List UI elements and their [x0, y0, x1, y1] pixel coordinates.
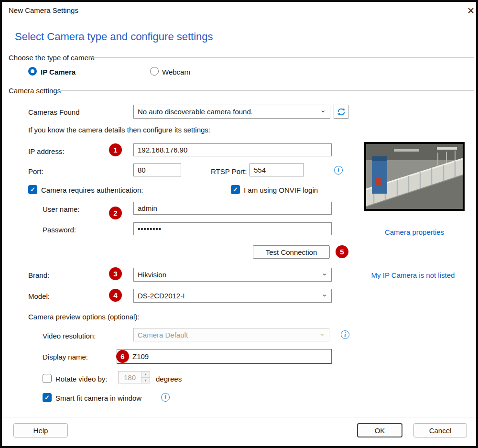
degrees-label: degrees: [156, 375, 182, 383]
cameras-found-value: No auto discoverable camera found.: [138, 108, 253, 116]
radio-webcam-label[interactable]: Webcam: [162, 68, 190, 76]
ip-address-label: IP address:: [28, 147, 65, 155]
refresh-icon: [337, 107, 346, 117]
onvif-checkbox-label[interactable]: I am using ONVIF login: [244, 186, 318, 194]
new-camera-settings-dialog: New Camera Settings ✕ Select Camera type…: [0, 0, 478, 448]
display-name-label: Display name:: [43, 353, 88, 361]
auth-checkbox-label[interactable]: Camera requires authentication:: [41, 186, 143, 194]
rotate-checkbox-label[interactable]: Rotate video by:: [55, 375, 107, 383]
configure-hint-text: If you know the camera details then conf…: [28, 126, 210, 134]
footer-divider: [2, 417, 476, 417]
brand-label: Brand:: [28, 271, 49, 279]
rotate-degrees-value: 180: [119, 372, 141, 383]
camera-preview-scene: [366, 144, 463, 209]
resolution-info-icon[interactable]: i: [341, 330, 349, 339]
check-icon: ✓: [44, 394, 50, 401]
stepper-up-icon[interactable]: ▲: [141, 372, 150, 378]
page-title: Select Camera type and configure setting…: [15, 31, 213, 43]
group-divider: [61, 90, 474, 91]
chevron-down-icon: ⌄: [321, 290, 327, 297]
video-resolution-value: Camera Default: [138, 331, 188, 339]
video-resolution-label: Video resolution:: [43, 332, 96, 340]
annotation-badge-4: 4: [109, 289, 122, 302]
camera-preview-image: [364, 142, 465, 211]
camera-properties-link[interactable]: Camera properties: [364, 228, 465, 236]
smart-fit-checkbox[interactable]: ✓: [43, 393, 52, 402]
chevron-down-icon: ⌄: [321, 269, 327, 276]
radio-ip-camera[interactable]: [28, 67, 37, 76]
camera-type-group-label: Choose the type of camera: [9, 54, 95, 62]
brand-value: Hikvision: [138, 271, 166, 279]
chevron-down-icon: ⌄: [319, 329, 325, 337]
ip-address-input[interactable]: [133, 143, 332, 156]
annotation-badge-2: 2: [109, 207, 122, 219]
smart-fit-checkbox-label[interactable]: Smart fit camera in window: [55, 394, 141, 402]
annotation-badge-6: 6: [116, 350, 129, 363]
display-name-input[interactable]: [117, 349, 332, 364]
ok-button[interactable]: OK: [357, 423, 402, 437]
group-divider: [88, 57, 474, 58]
password-input[interactable]: [133, 222, 332, 235]
model-value: DS-2CD2012-I: [138, 292, 185, 300]
brand-dropdown[interactable]: Hikvision ⌄: [133, 268, 332, 282]
test-connection-button[interactable]: Test Connection: [253, 245, 330, 259]
radio-webcam[interactable]: [150, 67, 159, 76]
rtsp-port-label: RTSP Port:: [211, 167, 247, 175]
model-dropdown[interactable]: DS-2CD2012-I ⌄: [133, 289, 332, 303]
chevron-down-icon: ⌄: [320, 106, 326, 113]
annotation-badge-3: 3: [109, 267, 122, 280]
port-input[interactable]: [133, 164, 181, 176]
refresh-button[interactable]: [334, 105, 348, 119]
model-label: Model:: [28, 292, 50, 300]
onvif-checkbox[interactable]: ✓: [231, 185, 240, 194]
rotate-degrees-stepper[interactable]: 180 ▲ ▼: [118, 371, 150, 383]
close-icon: ✕: [467, 5, 475, 16]
check-icon: ✓: [233, 186, 238, 193]
username-label: User name:: [43, 205, 80, 213]
annotation-badge-5: 5: [336, 245, 348, 258]
port-label: Port:: [28, 167, 43, 175]
check-icon: ✓: [30, 186, 35, 193]
rotate-checkbox[interactable]: [43, 374, 52, 383]
auth-checkbox[interactable]: ✓: [28, 185, 37, 194]
cameras-found-dropdown[interactable]: No auto discoverable camera found. ⌄: [133, 105, 330, 119]
cancel-button[interactable]: Cancel: [413, 423, 467, 437]
ip-camera-not-listed-link[interactable]: My IP Camera is not listed: [361, 271, 465, 279]
help-button[interactable]: Help: [13, 423, 68, 437]
radio-ip-camera-label[interactable]: IP Camera: [41, 68, 76, 76]
video-resolution-dropdown[interactable]: Camera Default ⌄: [133, 328, 329, 341]
username-input[interactable]: [133, 202, 332, 215]
camera-settings-group-label: Camera settings: [9, 87, 61, 95]
window-title: New Camera Settings: [9, 6, 78, 14]
stepper-down-icon[interactable]: ▼: [141, 378, 150, 383]
smart-fit-info-icon[interactable]: i: [161, 393, 170, 402]
password-label: Password:: [43, 226, 76, 234]
rtsp-port-input[interactable]: [250, 164, 304, 176]
close-button[interactable]: ✕: [465, 4, 477, 17]
rtsp-info-icon[interactable]: i: [334, 166, 343, 175]
preview-options-label: Camera preview options (optional):: [28, 313, 140, 321]
annotation-badge-1: 1: [109, 143, 122, 156]
cameras-found-label: Cameras Found: [28, 108, 80, 116]
